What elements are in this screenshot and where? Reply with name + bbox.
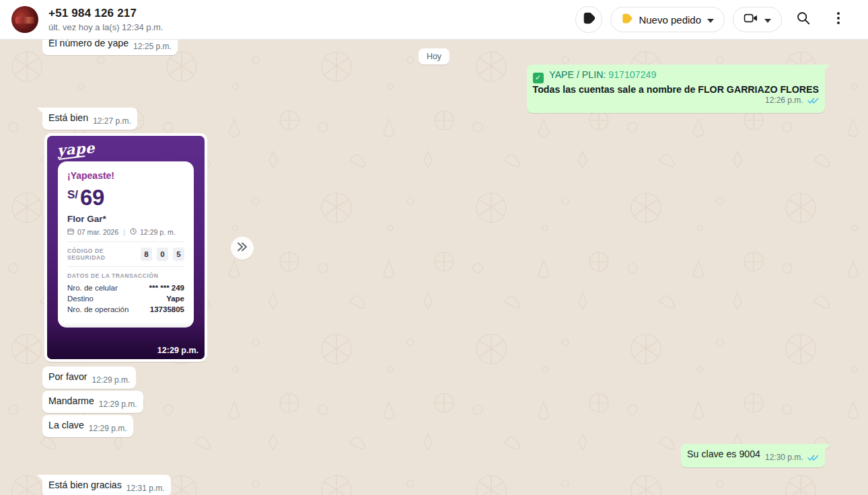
transaction-data-label: DATOS DE LA TRANSACCIÓN xyxy=(67,272,184,279)
row-label: Nro. de operación xyxy=(67,305,129,313)
new-order-label: Nuevo pedido xyxy=(639,14,701,26)
security-code-row: CÓDIGO DE SEGURIDAD 8 0 5 xyxy=(67,248,184,261)
receipt-datetime: 07 mar. 2026 | 12:29 p. m. xyxy=(67,228,184,236)
message-bubble-outgoing[interactable]: ✓ YAPE / PLIN: 917107249 Todas las cuent… xyxy=(527,65,825,113)
label-tag-icon xyxy=(582,11,595,28)
search-button[interactable] xyxy=(790,6,817,33)
kebab-menu-icon xyxy=(837,12,840,27)
message-bubble-outgoing[interactable]: Su clave es 900412:30 p.m. xyxy=(681,444,825,467)
contact-info[interactable]: +51 984 126 217 últ. vez hoy a la(s) 12:… xyxy=(48,7,164,32)
message-text: El número de yape xyxy=(48,40,129,48)
message-text: Está bien gracias xyxy=(48,480,122,490)
labels-button[interactable] xyxy=(575,6,602,33)
receipt-time: 12:29 p. m. xyxy=(140,228,176,236)
read-receipt-icon xyxy=(807,96,819,108)
transaction-row: Nro. de operación 13735805 xyxy=(67,305,184,313)
search-icon xyxy=(796,11,811,28)
order-label-icon xyxy=(621,13,632,27)
video-camera-icon xyxy=(744,12,758,27)
security-code-digits: 8 0 5 xyxy=(141,248,184,261)
receipt-card: ¡Yapeaste! S/ 69 Flor Gar* 07 mar. 2026 … xyxy=(58,161,194,328)
clock-icon xyxy=(130,228,137,236)
row-value: *** *** 249 xyxy=(149,284,184,292)
message-time: 12:29 p.m. xyxy=(99,398,137,411)
message-text: Mandarme xyxy=(48,395,94,406)
contact-avatar[interactable] xyxy=(11,6,38,33)
security-code-label: CÓDIGO DE SEGURIDAD xyxy=(67,248,141,261)
header-actions: Nuevo pedido xyxy=(575,6,868,33)
message-time: 12:31 p.m. xyxy=(126,482,165,495)
receipt-date: 07 mar. 2026 xyxy=(77,228,118,236)
yape-receipt-image: yape ¡Yapeaste! S/ 69 Flor Gar* 07 mar. … xyxy=(47,136,205,359)
read-receipt-icon xyxy=(807,453,819,465)
message-text: Su clave es 9004 xyxy=(687,449,760,459)
forward-arrow-icon xyxy=(236,241,249,255)
check-emoji: ✓ xyxy=(533,73,544,83)
row-label: Destino xyxy=(67,295,94,303)
code-digit: 0 xyxy=(157,248,168,261)
receipt-headline: ¡Yapeaste! xyxy=(67,170,184,181)
last-seen-status: últ. vez hoy a la(s) 12:34 p.m. xyxy=(48,22,164,32)
message-meta: 12:26 p.m. xyxy=(533,94,819,108)
message-bubble-incoming[interactable]: Mandarme12:29 p.m. xyxy=(42,391,143,413)
row-value: 13735805 xyxy=(150,305,184,313)
new-order-button[interactable]: Nuevo pedido xyxy=(610,7,725,32)
message-time: 12:26 p.m. xyxy=(765,96,803,105)
image-message-time: 12:29 p.m. xyxy=(157,346,198,355)
message-bubble-incoming[interactable]: El número de yape12:25 p.m. xyxy=(42,40,178,55)
divider xyxy=(67,241,184,242)
receipt-amount: S/ 69 xyxy=(67,186,184,208)
forward-message-button[interactable] xyxy=(231,237,254,260)
message-bubble-incoming[interactable]: Por favor12:29 p.m. xyxy=(42,367,136,389)
amount-value: 69 xyxy=(80,186,104,208)
message-time: 12:30 p.m. xyxy=(765,451,819,465)
message-text: Por favor xyxy=(48,371,87,382)
date-divider: Hoy xyxy=(419,48,449,65)
row-label: Nro. de celular xyxy=(67,284,118,292)
chat-header: +51 984 126 217 últ. vez hoy a la(s) 12:… xyxy=(0,0,868,40)
transaction-row: Nro. de celular *** *** 249 xyxy=(67,284,184,292)
yape-plin-number[interactable]: 917107249 xyxy=(608,69,656,80)
yape-plin-label: YAPE / PLIN: xyxy=(549,69,606,80)
message-time: 12:27 p.m. xyxy=(93,115,131,128)
contact-name: +51 984 126 217 xyxy=(48,7,164,20)
calendar-icon xyxy=(67,228,74,236)
row-value: Yape xyxy=(166,295,184,303)
message-text: Está bien xyxy=(48,112,88,123)
transaction-row: Destino Yape xyxy=(67,295,184,303)
conversation-panel: El número de yape12:25 p.m. Hoy ✓ YAPE /… xyxy=(0,40,868,495)
code-digit: 8 xyxy=(141,248,152,261)
menu-button[interactable] xyxy=(825,6,852,33)
code-digit: 5 xyxy=(173,248,184,261)
video-call-button[interactable] xyxy=(733,7,782,32)
message-bubble-incoming[interactable]: Está bien12:27 p.m. xyxy=(42,108,137,130)
message-time: 12:25 p.m. xyxy=(133,40,172,53)
message-line-1: ✓ YAPE / PLIN: 917107249 xyxy=(533,69,819,83)
message-bubble-incoming[interactable]: La clave12:29 p.m. xyxy=(42,415,133,437)
payee-name: Flor Gar* xyxy=(67,214,184,224)
currency-symbol: S/ xyxy=(67,188,78,202)
message-time: 12:29 p.m. xyxy=(92,374,131,387)
message-bubble-incoming[interactable]: Está bien gracias12:31 p.m. xyxy=(42,475,171,495)
chevron-down-icon xyxy=(764,13,771,26)
message-time: 12:29 p.m. xyxy=(89,422,127,435)
divider xyxy=(67,266,184,267)
chevron-down-icon xyxy=(707,13,714,26)
separator: | xyxy=(123,228,125,236)
image-message-yape-receipt[interactable]: yape ¡Yapeaste! S/ 69 Flor Gar* 07 mar. … xyxy=(44,133,207,362)
message-text: La clave xyxy=(48,420,84,430)
yape-logo: yape xyxy=(57,139,95,159)
